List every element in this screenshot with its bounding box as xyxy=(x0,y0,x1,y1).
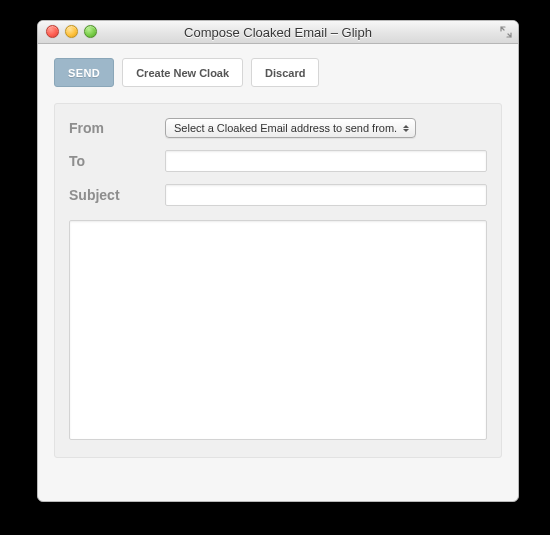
from-label: From xyxy=(69,120,165,136)
fullscreen-button[interactable] xyxy=(500,26,512,38)
window-controls xyxy=(46,25,97,38)
create-new-cloak-button[interactable]: Create New Cloak xyxy=(122,58,243,87)
header-fields: From Select a Cloaked Email address to s… xyxy=(69,118,487,206)
message-body-input[interactable] xyxy=(69,220,487,440)
window-title: Compose Cloaked Email – Gliph xyxy=(184,25,372,40)
toolbar: SEND Create New Cloak Discard xyxy=(54,58,502,87)
from-select-text: Select a Cloaked Email address to send f… xyxy=(174,122,397,134)
compose-content: SEND Create New Cloak Discard From Selec… xyxy=(38,44,518,474)
app-window: Compose Cloaked Email – Gliph SEND Creat… xyxy=(37,20,519,502)
zoom-window-button[interactable] xyxy=(84,25,97,38)
minimize-window-button[interactable] xyxy=(65,25,78,38)
select-stepper-icon xyxy=(401,119,411,137)
titlebar: Compose Cloaked Email – Gliph xyxy=(38,21,518,44)
compose-panel: From Select a Cloaked Email address to s… xyxy=(54,103,502,458)
from-field: Select a Cloaked Email address to send f… xyxy=(165,118,487,138)
to-label: To xyxy=(69,153,165,169)
to-input[interactable] xyxy=(165,150,487,172)
close-window-button[interactable] xyxy=(46,25,59,38)
discard-button[interactable]: Discard xyxy=(251,58,319,87)
from-select[interactable]: Select a Cloaked Email address to send f… xyxy=(165,118,416,138)
subject-input[interactable] xyxy=(165,184,487,206)
subject-label: Subject xyxy=(69,187,165,203)
send-button[interactable]: SEND xyxy=(54,58,114,87)
